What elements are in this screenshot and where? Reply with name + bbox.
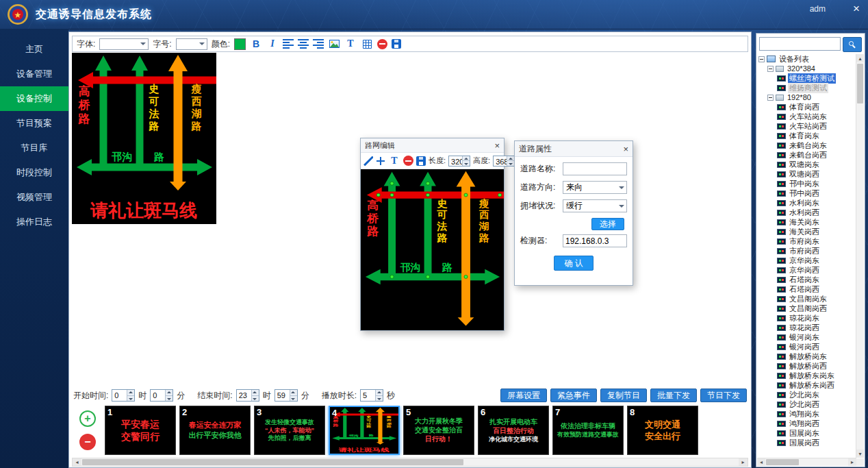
text-tool-icon[interactable]: T — [344, 38, 357, 50]
tree-device[interactable]: 双塘岗东 — [758, 160, 856, 169]
tree-device[interactable]: 京华岗西 — [758, 265, 856, 275]
display-preview[interactable]: 高桥路史可法路瘦西湖路邗沟路请礼让斑马线 — [72, 53, 216, 224]
close-icon[interactable]: × — [853, 2, 860, 16]
spin-up-icon[interactable] — [376, 390, 383, 395]
batch-dispatch-button[interactable]: 批量下发 — [650, 389, 697, 402]
length-spinner[interactable]: 320 — [448, 156, 470, 167]
tree-device[interactable]: 解放桥岗西 — [758, 361, 856, 371]
add-program-button[interactable]: + — [79, 410, 96, 427]
program-thumbnail[interactable]: 2春运安全连万家出行平安你我他 — [179, 406, 251, 455]
tree-device[interactable]: 维扬商测试 — [758, 83, 856, 93]
tree-device[interactable]: 文昌阁岗东 — [758, 294, 856, 304]
font-select[interactable] — [99, 38, 149, 50]
tree-device[interactable]: 国展岗东 — [758, 428, 856, 438]
save-icon[interactable] — [416, 156, 426, 166]
tree-device[interactable]: 解放桥东岗西 — [758, 380, 856, 390]
duration-value[interactable]: 5 — [361, 390, 375, 401]
align-right-icon[interactable] — [313, 38, 324, 50]
sidebar-item-video-management[interactable]: 视频管理 — [0, 185, 68, 210]
tree-device[interactable]: 石塔岗西 — [758, 284, 856, 294]
dialog-titlebar[interactable]: 路网编辑 × — [361, 138, 504, 153]
scroll-right-icon[interactable] — [739, 458, 748, 466]
spin-down-icon[interactable] — [376, 395, 383, 402]
tree-device[interactable]: 水利岗东 — [758, 198, 856, 208]
roadnet-canvas[interactable]: 高桥路史可法路瘦西湖路邗沟路 — [361, 169, 504, 330]
tree-device[interactable]: 邗中岗西 — [758, 188, 856, 198]
scrollbar-thumb[interactable] — [857, 64, 863, 103]
tree-device[interactable]: 国展岗西 — [758, 438, 856, 447]
collapse-icon[interactable] — [767, 95, 774, 101]
spin-down-icon[interactable] — [507, 160, 514, 166]
tree-group[interactable]: 192*80 — [758, 93, 856, 102]
search-input[interactable] — [759, 37, 841, 51]
tree-device[interactable]: 海关岗东 — [758, 217, 856, 227]
tree-group[interactable]: 320*384 — [758, 64, 856, 73]
confirm-button[interactable]: 确 认 — [554, 256, 593, 271]
spin-up-icon[interactable] — [252, 390, 259, 395]
height-value[interactable]: 368 — [494, 156, 507, 166]
save-icon[interactable] — [392, 39, 401, 49]
program-dispatch-button[interactable]: 节目下发 — [700, 389, 747, 402]
length-value[interactable]: 320 — [449, 156, 462, 166]
close-icon[interactable]: × — [494, 140, 500, 151]
horizontal-scrollbar[interactable] — [72, 458, 748, 467]
program-thumbnail[interactable]: 8文明交通安全出行 — [627, 406, 698, 455]
add-node-icon[interactable] — [376, 156, 385, 166]
font-size-select[interactable] — [176, 38, 207, 50]
tree-device[interactable]: 来鹤台岗东 — [758, 140, 856, 150]
tree-device[interactable]: 海关岗西 — [758, 227, 856, 236]
tree-device[interactable]: 沙北岗东 — [758, 390, 856, 399]
sidebar-item-operation-log[interactable]: 操作日志 — [0, 210, 68, 234]
spin-down-icon[interactable] — [252, 395, 259, 402]
select-detector-button[interactable]: 选择 — [591, 218, 624, 230]
tree-device[interactable]: 文昌阁岗西 — [758, 304, 856, 313]
road-direction-select[interactable]: 来向 — [563, 181, 627, 194]
program-thumbnail[interactable]: 1平安春运交警同行 — [105, 406, 176, 455]
tree-device[interactable]: 石塔岗东 — [758, 275, 856, 284]
scroll-left-icon[interactable] — [757, 458, 765, 466]
draw-line-icon[interactable] — [363, 156, 373, 166]
tree-device[interactable]: 火车站岗东 — [758, 112, 856, 121]
tree-device[interactable]: 鸿翔岗西 — [758, 419, 856, 428]
duration-spinner[interactable]: 5 — [360, 389, 383, 402]
congestion-select[interactable]: 缓行 — [563, 199, 627, 212]
sidebar-item-time-control[interactable]: 时段控制 — [0, 160, 68, 185]
spin-down-icon[interactable] — [166, 395, 173, 402]
text-tool-icon[interactable]: T — [388, 155, 400, 167]
scrollbar-thumb[interactable] — [82, 459, 463, 465]
sidebar-item-home[interactable]: 主页 — [0, 37, 68, 62]
scrollbar-thumb[interactable] — [766, 459, 799, 465]
align-center-icon[interactable] — [298, 38, 309, 50]
end-hour-value[interactable]: 23 — [237, 390, 251, 401]
copy-program-button[interactable]: 复制节目 — [600, 389, 647, 402]
sidebar-item-program-library[interactable]: 节目库 — [0, 136, 68, 160]
collapse-icon[interactable] — [767, 66, 774, 72]
program-thumbnail[interactable]: 3发生轻微交通事故“人未伤，车能动”先拍照，后撤离 — [254, 406, 325, 455]
tree-device[interactable]: 京华岗东 — [758, 256, 856, 265]
start-hour-spinner[interactable]: 0 — [112, 389, 135, 402]
spin-up-icon[interactable] — [290, 390, 297, 395]
tree-device[interactable]: 琼花岗西 — [758, 323, 856, 332]
spin-up-icon[interactable] — [166, 390, 173, 395]
tree-device[interactable]: 沙北岗西 — [758, 399, 856, 409]
spin-up-icon[interactable] — [127, 390, 134, 395]
end-minute-value[interactable]: 59 — [275, 390, 290, 401]
sidebar-item-device-management[interactable]: 设备管理 — [0, 62, 68, 86]
tree-root[interactable]: 设备列表 — [758, 54, 856, 64]
tree-device[interactable]: 琼花岗东 — [758, 313, 856, 323]
sidebar-item-program-plan[interactable]: 节目预案 — [0, 111, 68, 136]
dialog-titlebar[interactable]: 道路属性 × — [515, 141, 633, 157]
search-button[interactable] — [843, 37, 862, 52]
image-icon[interactable] — [328, 38, 340, 50]
tree-device[interactable]: 市府岗西 — [758, 246, 856, 256]
tree-device[interactable]: 体育岗西 — [758, 102, 856, 112]
remove-program-button[interactable]: − — [79, 434, 96, 450]
tree-vertical-scrollbar[interactable] — [856, 54, 864, 458]
start-minute-value[interactable]: 0 — [151, 390, 165, 401]
end-hour-spinner[interactable]: 23 — [236, 389, 259, 402]
insert-table-icon[interactable] — [361, 38, 373, 50]
end-minute-spinner[interactable]: 59 — [275, 389, 298, 402]
scroll-right-icon[interactable] — [848, 458, 856, 466]
tree-device[interactable]: 银河岗西 — [758, 342, 856, 352]
tree-device[interactable]: 火车站岗西 — [758, 121, 856, 131]
